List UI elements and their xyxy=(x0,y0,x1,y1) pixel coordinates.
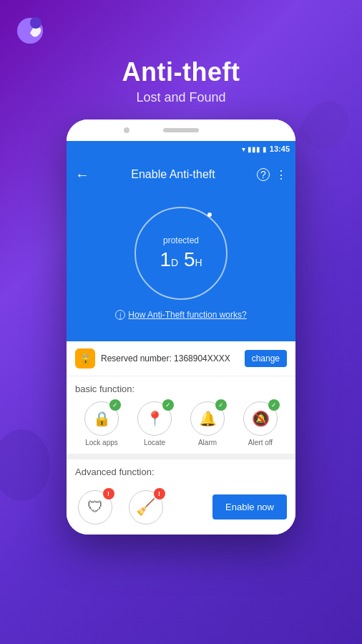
locate-label: Locate xyxy=(144,439,165,447)
clean-icon-wrapper: 🧹 ! xyxy=(129,490,163,525)
how-it-works-link[interactable]: i How Anti-Theft function works? xyxy=(115,310,246,320)
basic-functions-label: basic function: xyxy=(75,384,287,394)
app-bar-icons: ? ⋮ xyxy=(257,168,287,182)
how-it-works-text: How Anti-Theft function works? xyxy=(128,310,246,320)
reserved-number-text: Reserved number: 1368904XXXX xyxy=(101,353,239,364)
section-divider xyxy=(67,454,295,459)
advanced-icons-row: 🛡 ! 🧹 ! xyxy=(75,490,165,525)
header-section: Anti-theft Lost and Found xyxy=(122,57,240,105)
wifi-icon: ▾ xyxy=(242,145,245,153)
shield-icon-wrapper: 🛡 ! xyxy=(78,490,112,525)
alarm-icon: 🔔 xyxy=(199,410,217,427)
protection-time: 1D 5H xyxy=(160,248,202,271)
app-bar-title: Enable Anti-theft xyxy=(97,168,250,181)
status-time: 13:45 xyxy=(270,145,290,153)
alarm-icon-wrapper: 🔔 ✓ xyxy=(190,401,225,436)
protection-circle: protected 1D 5H xyxy=(134,207,228,300)
enable-now-button[interactable]: Enable now xyxy=(212,494,287,519)
phone-speaker xyxy=(163,128,199,132)
days-unit: D xyxy=(171,257,178,268)
function-item-alarm[interactable]: 🔔 ✓ Alarm xyxy=(186,401,229,447)
locate-icon: 📍 xyxy=(146,410,164,427)
protected-label: protected xyxy=(163,235,199,245)
advanced-functions-label: Advanced function: xyxy=(75,467,287,477)
status-bar: ▾ ▮▮▮ ▮ 13:45 xyxy=(67,141,295,157)
phone-camera xyxy=(124,127,129,133)
basic-functions-section: basic function: 🔒 ✓ Lock apps 📍 ✓ Locate… xyxy=(67,376,295,454)
phone-mockup: ▾ ▮▮▮ ▮ 13:45 ← Enable Anti-theft ? ⋮ pr… xyxy=(67,119,295,535)
alert-off-icon: 🔕 xyxy=(252,410,270,427)
locate-check: ✓ xyxy=(162,399,174,411)
shield-icon: 🛡 xyxy=(87,498,103,517)
alarm-label: Alarm xyxy=(198,439,217,447)
lock-badge: 🔒 xyxy=(75,348,95,369)
app-bar: ← Enable Anti-theft ? ⋮ xyxy=(67,157,295,192)
logo-icon xyxy=(14,13,50,49)
advanced-item-clean[interactable]: 🧹 ! xyxy=(126,490,165,525)
clean-alert-badge: ! xyxy=(154,488,165,499)
info-icon: i xyxy=(115,310,125,320)
lock-icon: 🔒 xyxy=(79,353,92,364)
back-button[interactable]: ← xyxy=(75,167,89,183)
signal-icon: ▮▮▮ xyxy=(248,145,260,153)
advanced-row-container: 🛡 ! 🧹 ! Enable now xyxy=(75,484,287,525)
advanced-item-shield[interactable]: 🛡 ! xyxy=(75,490,114,525)
function-item-lock-apps[interactable]: 🔒 ✓ Lock apps xyxy=(80,401,123,447)
logo-area xyxy=(14,13,50,49)
phone-top-bar xyxy=(67,119,295,141)
protection-area: protected 1D 5H i How Anti-Theft functio… xyxy=(67,192,295,341)
function-item-locate[interactable]: 📍 ✓ Locate xyxy=(133,401,176,447)
time-days: 1D xyxy=(160,248,178,270)
lock-apps-icon-wrapper: 🔒 ✓ xyxy=(84,401,119,436)
time-hours: 5H xyxy=(184,248,202,270)
lock-apps-check: ✓ xyxy=(109,399,121,411)
help-icon[interactable]: ? xyxy=(257,168,270,181)
circle-dot xyxy=(207,213,212,217)
more-icon[interactable]: ⋮ xyxy=(275,168,287,182)
app-subtitle: Lost and Found xyxy=(122,90,240,105)
hours-unit: H xyxy=(195,257,202,268)
battery-icon: ▮ xyxy=(263,145,267,153)
alarm-check: ✓ xyxy=(215,399,227,411)
shield-alert-badge: ! xyxy=(103,488,114,499)
app-title: Anti-theft xyxy=(122,57,240,87)
lock-apps-icon: 🔒 xyxy=(93,410,111,427)
advanced-functions-section: Advanced function: 🛡 ! 🧹 ! Enable now xyxy=(67,459,295,535)
alert-off-icon-wrapper: 🔕 ✓ xyxy=(243,401,278,436)
basic-functions-row: 🔒 ✓ Lock apps 📍 ✓ Locate 🔔 ✓ Alarm xyxy=(75,401,287,447)
alert-off-label: Alert off xyxy=(248,439,273,447)
change-button[interactable]: change xyxy=(245,350,287,367)
function-item-alert-off[interactable]: 🔕 ✓ Alert off xyxy=(239,401,282,447)
lock-apps-label: Lock apps xyxy=(85,439,118,447)
clean-icon: 🧹 xyxy=(136,498,155,517)
svg-point-2 xyxy=(30,17,41,29)
locate-icon-wrapper: 📍 ✓ xyxy=(137,401,172,436)
alert-off-check: ✓ xyxy=(268,399,280,411)
status-icons: ▾ ▮▮▮ ▮ xyxy=(242,145,267,153)
reserved-number-bar: 🔒 Reserved number: 1368904XXXX change xyxy=(67,341,295,376)
